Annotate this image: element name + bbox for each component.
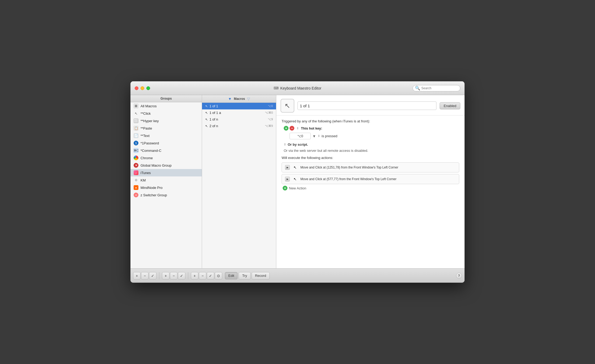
search-input[interactable] [421,86,458,90]
group-icon-km: ⚙ [134,178,138,183]
action-cursor-icon-2: ↖ [292,176,298,182]
trigger-description: Triggered by any of the following (when … [282,119,459,123]
try-button[interactable]: Try [239,272,250,279]
main-content: Groups ⊞ All Macros ↖ **Click ⬜ **Hyper … [130,95,465,268]
updown-icon: ⇕ [296,127,299,130]
is-pressed-label: is pressed [322,134,337,138]
action-item-2: ▶ ↖ Move and Click at (577,77) from the … [282,174,459,184]
macro-trigger-icon: ↖ [281,99,294,113]
macro-cursor-icon: ↖ [205,124,208,128]
actions-toolbar-group: + − ✓ ⊙ [191,272,222,279]
group-label: All Macros [141,104,157,108]
hotkey-section: + − ⇕ This hot key: [282,126,459,131]
group-item-command-c[interactable]: ⌘C *Command-C [130,147,202,154]
macro-label: 2 of n [209,124,218,128]
group-label: KM [141,178,146,182]
groups-check-button[interactable]: ✓ [149,272,156,279]
hotkey-label: This hot key: [301,126,322,130]
help-button[interactable]: ? [456,273,462,279]
action-item-1: ▶ ↖ Move and Click at (1251,78) from the… [282,162,459,172]
action-play-button-1[interactable]: ▶ [285,165,290,170]
macro-item-1of1a[interactable]: ↖ 1 of 1 a ⌥⌘0 [202,109,276,116]
group-icon-itunes: ♪ [134,170,138,175]
macro-shortcut: ⌥0 [268,104,273,108]
search-icon: 🔍 [415,86,420,91]
title-text: Keyboard Maestro Editor [280,86,321,90]
actions-record-button[interactable]: ⊙ [215,272,222,279]
group-icon-mindnode: ● [134,185,138,190]
group-icon-global: ✕ [134,163,138,168]
group-icon-cmd: ⌘C [134,148,138,153]
groups-add-button[interactable]: + [133,272,141,279]
filter-outline-icon: ▽ [247,97,250,101]
macros-header-label: Macros [234,97,245,101]
add-trigger-button[interactable]: + [284,126,288,131]
group-icon-1pw: 1 [134,141,138,145]
group-item-1password[interactable]: 1 *1Password [130,139,202,147]
macros-remove-button[interactable]: − [170,272,177,279]
detail-header: ↖ Enabled [276,95,465,116]
group-icon-click: ↖ [134,111,138,116]
group-icon-chrome [134,156,138,160]
macro-shortcut: ⌥9 [268,118,273,121]
group-item-mindnode[interactable]: ● MindNode Pro [130,184,202,191]
macro-cursor-icon: ↖ [205,104,208,108]
close-button[interactable] [135,86,138,90]
record-button[interactable]: Record [252,272,270,279]
macro-cursor-icon: ↖ [205,118,208,121]
macro-item-2ofn[interactable]: ↖ 2 of n ⌥⌘9 [202,123,276,129]
group-label: **Hyper key [141,119,159,123]
edit-try-record-group: Edit Try Record [225,272,270,279]
actions-check-button[interactable]: ✓ [207,272,214,279]
macro-shortcut: ⌥⌘0 [265,111,273,114]
group-item-all-macros[interactable]: ⊞ All Macros [130,102,202,110]
group-item-km[interactable]: ⚙ KM [130,176,202,184]
group-item-global[interactable]: ✕ Global Macro Group [130,162,202,169]
macro-shortcut: ⌥⌘9 [265,124,273,128]
enabled-button[interactable]: Enabled [440,102,460,109]
macro-item-1of1[interactable]: ↖ 1 of 1 ⌥0 [202,103,276,109]
actions-remove-button[interactable]: − [199,272,206,279]
group-item-click[interactable]: ↖ **Click [130,110,202,117]
group-item-chrome[interactable]: Chrome [130,154,202,162]
group-label: *Command-C [141,149,161,153]
macro-name-input[interactable] [298,101,436,110]
remove-trigger-button[interactable]: − [290,126,294,131]
group-item-zswitcher[interactable]: ✕ z Switcher Group [130,191,202,199]
groups-list: ⊞ All Macros ↖ **Click ⬜ **Hyper key 📋 *… [130,102,202,268]
group-label: MindNode Pro [141,186,163,190]
macros-list: ↖ 1 of 1 ⌥0 ↖ 1 of 1 a ⌥⌘0 ↖ 1 of n [202,103,276,268]
macro-item-1ofn[interactable]: ↖ 1 of n ⌥9 [202,116,276,123]
macros-toolbar-group: + − ✓ [162,272,185,279]
macros-add-button[interactable]: + [162,272,169,279]
group-label: *1Password [141,141,159,145]
window-title: ⌨ Keyboard Maestro Editor [274,86,321,90]
main-window: ⌨ Keyboard Maestro Editor 🔍 Groups ⊞ All… [130,81,465,283]
or-script-row: ⇕ Or by script. [282,143,459,147]
group-item-paste[interactable]: 📋 **Paste [130,125,202,132]
group-label: z Switcher Group [141,193,167,197]
maximize-button[interactable] [146,86,150,90]
macros-check-button[interactable]: ✓ [178,272,185,279]
hotkey-field[interactable]: ⌥0 [290,133,311,139]
titlebar: ⌨ Keyboard Maestro Editor 🔍 [130,81,465,95]
bottom-toolbar: + − ✓ + − ✓ + − ✓ ⊙ Edit Try Record ? [130,268,465,283]
minimize-button[interactable] [141,86,144,90]
new-action-add-button[interactable]: + [283,186,287,190]
action-text-1: Move and Click at (1251,78) from the Fro… [300,166,398,169]
edit-button[interactable]: Edit [225,272,238,279]
group-label: iTunes [141,171,151,175]
hotkey-dropdown[interactable]: ▼ [312,134,316,138]
groups-remove-button[interactable]: − [141,272,148,279]
group-item-text[interactable]: 📄 **Text [130,132,202,139]
group-label: **Text [141,134,150,138]
group-item-itunes[interactable]: ♪ iTunes [130,169,202,176]
group-label: Global Macro Group [141,163,172,167]
actions-add-button[interactable]: + [191,272,198,279]
group-item-hyper[interactable]: ⬜ **Hyper key [130,117,202,125]
search-box[interactable]: 🔍 [413,85,460,91]
hotkey-inner: ⌥0 ▼ ⇕ is pressed [290,133,459,139]
action-play-button-2[interactable]: ▶ [285,177,290,181]
trigger-cursor-icon: ↖ [285,102,290,110]
trigger-add-remove: + − [284,126,294,131]
